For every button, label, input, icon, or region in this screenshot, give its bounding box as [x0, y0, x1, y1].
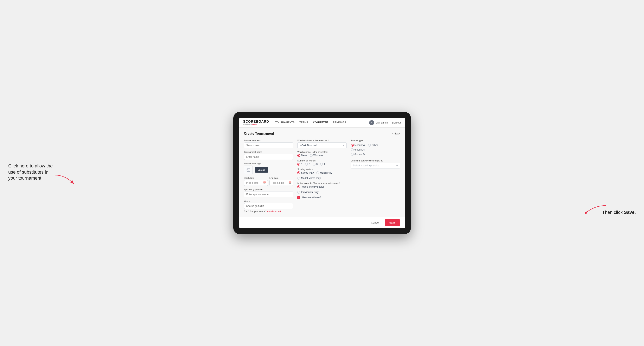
scoring-medal-label: Medal Match Play — [301, 177, 321, 179]
nav-tournaments[interactable]: TOURNAMENTS — [275, 118, 294, 127]
sponsor-input[interactable] — [244, 191, 294, 197]
tournament-host-input[interactable] — [244, 143, 294, 148]
tournament-name-group: Tournament name — [244, 151, 294, 160]
division-label: Which division is the event for? — [297, 139, 347, 142]
scoring-match[interactable]: Match Play — [316, 171, 332, 174]
scoring-medal[interactable]: Medal Match Play — [297, 177, 321, 179]
format-6count5-radio[interactable] — [351, 153, 354, 156]
avatar: B — [369, 120, 374, 125]
format-type-label: Format type — [351, 139, 400, 142]
rounds-4[interactable]: 4 — [320, 163, 325, 166]
event-individuals-label: Individuals Only — [301, 191, 318, 194]
rounds-3[interactable]: 3 — [312, 163, 318, 166]
gender-group: Which gender is the event for? Mens Wome… — [297, 151, 347, 157]
cancel-button[interactable]: Cancel — [368, 220, 382, 226]
rounds-2-radio[interactable] — [305, 163, 308, 166]
upload-button[interactable]: Upload — [255, 167, 268, 173]
event-teams-label: Teams (+Individuals) — [301, 185, 324, 188]
allow-substitutes-group[interactable]: Allow substitutes? — [297, 196, 347, 199]
event-for-options: Teams (+Individuals) Individuals Only — [297, 185, 347, 194]
nav-committee[interactable]: COMMITTEE — [313, 118, 328, 127]
start-date-wrapper: 📅 — [244, 180, 268, 186]
page-content: Create Tournament < Back Tournament Host… — [239, 128, 405, 217]
scoring-medal-radio[interactable] — [297, 177, 300, 179]
format-6count5-label: 6 count 5 — [354, 153, 365, 156]
venue-input[interactable] — [244, 203, 294, 209]
tournament-host-label: Tournament Host — [244, 139, 294, 142]
format-6count4-radio[interactable] — [351, 148, 354, 151]
scoring-stroke-label: Stroke Play — [301, 171, 314, 174]
event-individuals[interactable]: Individuals Only — [297, 191, 318, 194]
email-support-link[interactable]: email support — [267, 210, 281, 213]
scoring-label: Scoring system — [297, 168, 347, 171]
gender-womens-label: Womens — [314, 154, 323, 157]
date-row: Start date 📅 End date 📅 — [244, 177, 294, 186]
format-other-label: Other — [372, 144, 378, 147]
scoring-api-group: Use third-party live scoring API? Select… — [351, 159, 400, 169]
format-6count4[interactable]: 6 count 4 — [351, 148, 400, 151]
division-select[interactable]: NCAA Division I — [297, 143, 347, 148]
rounds-2-label: 2 — [309, 163, 310, 166]
start-date-group: Start date 📅 — [244, 177, 268, 186]
rounds-4-radio[interactable] — [320, 163, 323, 166]
tournament-name-input[interactable] — [244, 154, 294, 160]
start-date-label: Start date — [244, 177, 268, 179]
event-teams-radio[interactable] — [297, 185, 300, 188]
gender-mens-label: Mens — [301, 154, 307, 157]
page-header: Create Tournament < Back — [244, 132, 400, 136]
rounds-1[interactable]: 1 — [297, 163, 302, 166]
format-5count4[interactable]: 5 count 4 — [351, 144, 365, 147]
tournament-name-label: Tournament name — [244, 151, 294, 153]
nav-teams[interactable]: TEAMS — [300, 118, 308, 127]
scoring-match-label: Match Play — [320, 171, 332, 174]
back-button[interactable]: < Back — [392, 132, 400, 135]
allow-substitutes-checkbox[interactable] — [297, 196, 300, 199]
format-5count4-radio[interactable] — [351, 144, 354, 147]
gender-mens-radio[interactable] — [297, 154, 300, 157]
division-group: Which division is the event for? NCAA Di… — [297, 139, 347, 148]
event-individuals-radio[interactable] — [297, 191, 300, 194]
rounds-4-label: 4 — [324, 163, 325, 166]
scoring-api-label: Use third-party live scoring API? — [351, 159, 400, 162]
scoring-stroke[interactable]: Stroke Play — [297, 171, 314, 174]
gender-label: Which gender is the event for? — [297, 151, 347, 153]
format-options: 5 count 4 Other 6 count 4 — [351, 144, 400, 156]
scoring-service-select[interactable]: Select a scoring service — [351, 163, 400, 169]
nav-bar: SCOREBOARD Powered by clippd TOURNAMENTS… — [239, 118, 405, 128]
scoring-stroke-radio[interactable] — [297, 171, 300, 174]
logo-scoreboard: SCOREBOARD — [243, 120, 269, 124]
gender-mens[interactable]: Mens — [297, 154, 307, 157]
logo-area: SCOREBOARD Powered by clippd — [243, 120, 269, 125]
logo-powered-text: Powered by clippd — [243, 124, 269, 125]
rounds-2[interactable]: 2 — [305, 163, 310, 166]
nav-rankings[interactable]: RANKINGS — [333, 118, 346, 127]
format-other-radio[interactable] — [368, 144, 371, 147]
gender-womens[interactable]: Womens — [310, 154, 323, 157]
nav-links: TOURNAMENTS TEAMS COMMITTEE RANKINGS — [275, 118, 369, 127]
venue-hint: Can't find your venue? email support — [244, 210, 294, 213]
rounds-3-radio[interactable] — [312, 163, 316, 166]
username-label: blair admin — [376, 121, 388, 124]
signout-button[interactable]: Sign out — [392, 121, 401, 124]
format-6count5[interactable]: 6 count 5 — [351, 153, 400, 156]
left-annotation: Click here to allow the use of substitut… — [8, 163, 54, 181]
rounds-1-radio[interactable] — [297, 163, 300, 166]
nav-user-area: B blair admin | Sign out — [369, 120, 401, 125]
scoring-group: Scoring system Stroke Play Match Play — [297, 168, 347, 179]
middle-column: Which division is the event for? NCAA Di… — [297, 139, 347, 213]
logo-placeholder-icon — [244, 166, 253, 174]
format-other[interactable]: Other — [368, 144, 378, 147]
tablet-frame: SCOREBOARD Powered by clippd TOURNAMENTS… — [233, 112, 411, 234]
right-column: Format type 5 count 4 Other — [351, 139, 400, 213]
scoring-match-radio[interactable] — [316, 171, 319, 174]
venue-label: Venue — [244, 200, 294, 202]
sponsor-label: Sponsor (optional) — [244, 188, 294, 191]
end-date-group: End date 📅 — [270, 177, 293, 186]
save-button[interactable]: Save — [385, 219, 400, 226]
event-teams[interactable]: Teams (+Individuals) — [297, 185, 324, 188]
scoring-options: Stroke Play Match Play Medal Match Play — [297, 171, 347, 179]
page-title: Create Tournament — [244, 132, 274, 136]
venue-group: Venue Can't find your venue? email suppo… — [244, 200, 294, 213]
rounds-options: 1 2 3 — [297, 163, 347, 166]
gender-womens-radio[interactable] — [310, 154, 312, 157]
